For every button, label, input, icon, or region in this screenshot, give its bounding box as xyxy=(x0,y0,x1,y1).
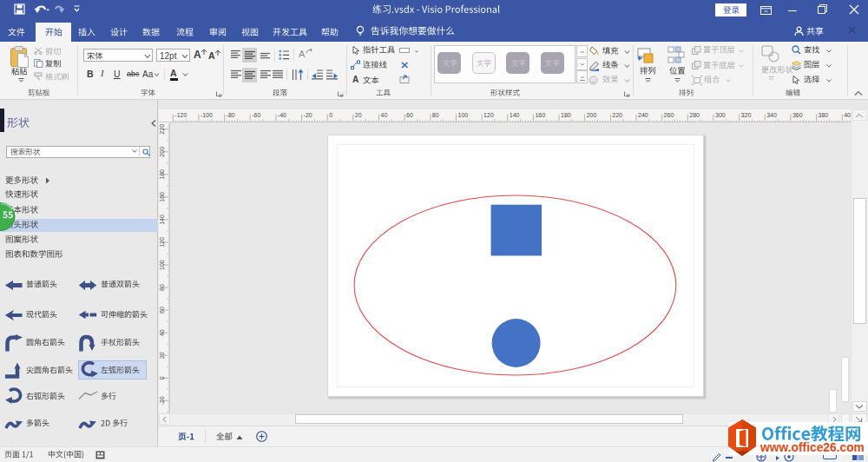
svg-text:-60: -60 xyxy=(252,112,260,118)
svg-text:200: 200 xyxy=(159,147,165,157)
svg-text:180: 180 xyxy=(561,112,571,118)
svg-text:200: 200 xyxy=(587,112,597,118)
svg-text:-40: -40 xyxy=(278,112,286,118)
svg-text:-20: -20 xyxy=(159,396,165,405)
svg-text:180: 180 xyxy=(159,169,165,180)
svg-text:-80: -80 xyxy=(227,112,235,118)
svg-text:240: 240 xyxy=(638,112,648,118)
svg-text:160: 160 xyxy=(535,112,545,118)
svg-text:100: 100 xyxy=(159,260,165,270)
svg-text:20: 20 xyxy=(159,352,165,359)
svg-text:280: 280 xyxy=(689,112,700,118)
svg-text:120: 120 xyxy=(159,237,165,248)
svg-text:220: 220 xyxy=(612,112,622,118)
svg-text:-120: -120 xyxy=(174,112,187,118)
svg-text:140: 140 xyxy=(510,112,520,118)
svg-text:100: 100 xyxy=(458,112,469,118)
svg-text:-100: -100 xyxy=(201,112,213,118)
svg-text:300: 300 xyxy=(715,112,726,118)
svg-text:60: 60 xyxy=(406,112,413,118)
svg-text:340: 340 xyxy=(766,112,777,118)
svg-text:0: 0 xyxy=(329,112,332,118)
svg-text:20: 20 xyxy=(355,112,362,118)
svg-text:80: 80 xyxy=(159,284,165,291)
svg-text:40: 40 xyxy=(159,329,165,336)
svg-text:320: 320 xyxy=(741,112,752,118)
svg-text:260: 260 xyxy=(664,112,674,118)
svg-text:80: 80 xyxy=(432,112,439,118)
svg-text:380: 380 xyxy=(819,112,829,118)
svg-text:220: 220 xyxy=(159,124,165,135)
svg-text:40: 40 xyxy=(381,112,388,118)
svg-text:60: 60 xyxy=(159,307,165,314)
svg-text:140: 140 xyxy=(159,214,165,225)
svg-text:360: 360 xyxy=(792,112,803,118)
svg-text:120: 120 xyxy=(483,112,494,118)
svg-text:-20: -20 xyxy=(304,112,312,118)
svg-text:160: 160 xyxy=(159,192,165,202)
svg-text:0: 0 xyxy=(159,376,165,380)
